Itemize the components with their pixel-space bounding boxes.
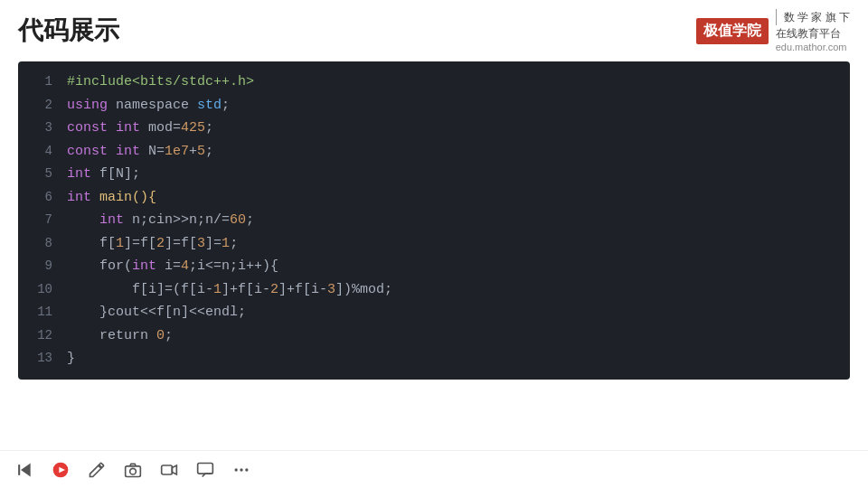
brand-tagline-line2: 在线教育平台 — [776, 25, 850, 42]
camera-icon[interactable] — [123, 460, 143, 480]
svg-point-11 — [245, 468, 248, 471]
svg-marker-7 — [172, 465, 176, 474]
code-line: 2using namespace std; — [18, 94, 850, 117]
line-number: 1 — [27, 71, 52, 93]
pencil-icon[interactable] — [87, 460, 107, 480]
prev-icon[interactable] — [14, 460, 34, 480]
line-content: } — [67, 347, 75, 371]
line-number: 2 — [27, 95, 52, 117]
line-content: }cout<<f[n]<<endl; — [67, 301, 246, 324]
svg-point-5 — [130, 468, 137, 474]
brand-url: edu.mathor.com — [776, 42, 850, 52]
code-line: 8 f[1]=f[2]=f[3]=1; — [18, 232, 850, 256]
line-number: 11 — [27, 302, 52, 324]
line-content: for(int i=4;i<=n;i++){ — [67, 255, 278, 278]
line-content: int n;cin>>n;n/=60; — [67, 209, 254, 232]
line-number: 8 — [27, 233, 52, 255]
code-line: 12 return 0; — [18, 324, 850, 348]
brand-tagline-line1: 数 学 家 旗 下 — [776, 9, 850, 25]
code-line: 5int f[N]; — [18, 163, 850, 186]
header: 代码展示 极值学院 数 学 家 旗 下 在线教育平台 edu.mathor.co… — [0, 0, 868, 52]
svg-rect-6 — [162, 465, 173, 474]
line-content: f[i]=(f[i-1]+f[i-2]+f[i-3])%mod; — [67, 278, 392, 302]
code-line: 11 }cout<<f[n]<<endl; — [18, 301, 850, 324]
svg-marker-0 — [23, 465, 30, 475]
brand-name: 极值学院 — [696, 18, 769, 44]
code-line: 6int main(){ — [18, 186, 850, 210]
line-number: 12 — [27, 325, 52, 347]
line-number: 13 — [27, 348, 52, 370]
svg-point-9 — [235, 468, 238, 471]
line-content: #include<bits/stdc++.h> — [67, 70, 254, 94]
code-line: 3const int mod=425; — [18, 117, 850, 140]
toolbar — [0, 450, 868, 488]
line-number: 9 — [27, 256, 52, 277]
play-icon[interactable] — [51, 460, 71, 480]
line-content: using namespace std; — [67, 94, 230, 117]
video-icon[interactable] — [159, 460, 179, 480]
svg-point-10 — [240, 468, 242, 471]
line-content: return 0; — [67, 324, 173, 348]
code-line: 13} — [18, 347, 850, 371]
code-line: 7 int n;cin>>n;n/=60; — [18, 209, 850, 232]
line-number: 5 — [27, 164, 52, 185]
code-block: 1#include<bits/stdc++.h>2using namespace… — [18, 61, 850, 380]
comment-icon[interactable] — [195, 460, 215, 480]
line-number: 10 — [27, 279, 52, 301]
code-line: 4const int N=1e7+5; — [18, 140, 850, 164]
page-title: 代码展示 — [18, 14, 119, 48]
line-content: const int N=1e7+5; — [67, 140, 213, 164]
more-icon[interactable] — [231, 460, 251, 480]
line-number: 4 — [27, 141, 52, 163]
code-line: 9 for(int i=4;i<=n;i++){ — [18, 255, 850, 278]
brand-tagline: 数 学 家 旗 下 在线教育平台 edu.mathor.com — [776, 9, 850, 52]
code-line: 1#include<bits/stdc++.h> — [18, 70, 850, 94]
line-number: 3 — [27, 117, 52, 139]
line-number: 6 — [27, 187, 52, 209]
line-content: const int mod=425; — [67, 117, 213, 140]
line-content: int main(){ — [67, 186, 156, 210]
line-content: f[1]=f[2]=f[3]=1; — [67, 232, 238, 256]
svg-rect-8 — [198, 463, 213, 474]
brand-logo: 极值学院 数 学 家 旗 下 在线教育平台 edu.mathor.com — [696, 9, 850, 52]
code-line: 10 f[i]=(f[i-1]+f[i-2]+f[i-3])%mod; — [18, 278, 850, 302]
line-number: 7 — [27, 210, 52, 231]
line-content: int f[N]; — [67, 163, 140, 186]
